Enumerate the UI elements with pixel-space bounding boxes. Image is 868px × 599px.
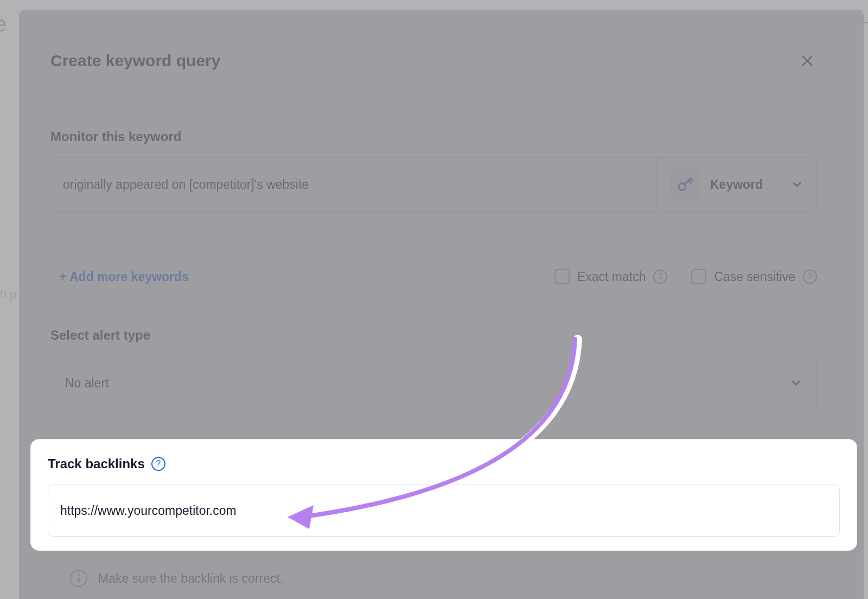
hint-text: Make sure the backlink is correct. — [98, 571, 283, 586]
case-sensitive-checkbox[interactable]: Case sensitive ? — [691, 269, 817, 284]
svg-line-5 — [691, 179, 693, 181]
checkbox-icon — [554, 269, 570, 284]
backlink-hint: Make sure the backlink is correct. — [70, 570, 817, 587]
track-backlinks-section: Track backlinks ? https://www.yourcompet… — [31, 440, 856, 550]
exact-match-checkbox[interactable]: Exact match ? — [554, 269, 668, 284]
checkbox-icon — [691, 269, 706, 284]
add-more-keywords-link[interactable]: + Add more keywords — [59, 270, 189, 284]
backlink-url-input[interactable]: https://www.yourcompetitor.com — [48, 485, 840, 537]
track-backlinks-heading: Track backlinks ? — [48, 456, 840, 471]
svg-rect-7 — [78, 577, 80, 583]
keyword-input-value: originally appeared on [competitor]'s we… — [63, 177, 309, 192]
monitor-keyword-heading: Monitor this keyword — [50, 129, 817, 144]
close-icon — [800, 53, 815, 68]
svg-point-6 — [78, 574, 80, 576]
key-icon-box — [670, 169, 700, 200]
help-icon[interactable]: ? — [803, 270, 817, 284]
chevron-down-icon — [789, 377, 802, 390]
case-sensitive-label: Case sensitive — [714, 270, 795, 284]
help-icon[interactable]: ? — [151, 457, 165, 471]
backlink-url-value: https://www.yourcompetitor.com — [60, 504, 237, 518]
keyword-input[interactable]: originally appeared on [competitor]'s we… — [50, 157, 656, 212]
backdrop-fragment: h p — [0, 288, 17, 302]
alert-type-select[interactable]: No alert — [50, 356, 817, 410]
exact-match-label: Exact match — [577, 270, 646, 284]
backdrop-fragment: e — [0, 12, 7, 36]
keyword-type-dropdown[interactable]: Keyword — [656, 157, 817, 212]
close-button[interactable] — [797, 51, 817, 71]
info-icon — [70, 570, 87, 587]
help-icon[interactable]: ? — [653, 270, 667, 284]
modal-title: Create keyword query — [50, 52, 220, 70]
keyword-type-label: Keyword — [710, 177, 781, 192]
svg-line-4 — [688, 181, 691, 183]
key-icon — [676, 175, 694, 194]
alert-type-value: No alert — [65, 376, 109, 391]
chevron-down-icon — [790, 178, 803, 191]
alert-type-heading: Select alert type — [50, 328, 817, 343]
